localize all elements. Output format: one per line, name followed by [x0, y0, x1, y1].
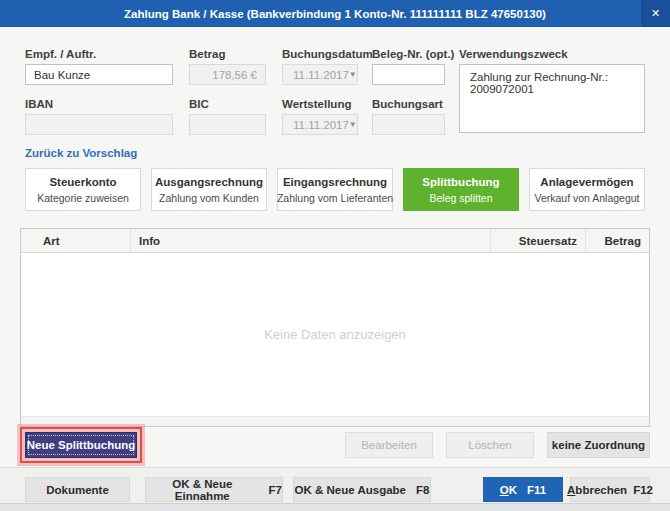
betrag-input [189, 64, 266, 85]
category-title: Anlagevermögen [540, 176, 633, 188]
column-header-info: Info [131, 229, 491, 252]
ok-button[interactable]: OK F11 [483, 477, 563, 502]
chevron-down-icon: ▼ [349, 71, 357, 79]
category-subtitle: Kategorie zuweisen [37, 192, 129, 204]
iban-input [25, 114, 173, 135]
category-subtitle: Verkauf von Anlagegut [534, 192, 639, 204]
loeschen-button: Löschen [446, 432, 534, 458]
bic-input [189, 114, 266, 135]
chevron-down-icon: ▼ [349, 121, 357, 129]
category-title: Splittbuchung [422, 176, 499, 188]
shortcut-key: F8 [416, 484, 429, 496]
horizontal-scrollbar[interactable] [21, 416, 649, 426]
zurueck-zu-vorschlag-link[interactable]: Zurück zu Vorschlag [25, 147, 137, 159]
buchungsart-input [372, 114, 445, 135]
neue-splittbuchung-button[interactable]: Neue Splittbuchung [25, 432, 137, 458]
bearbeiten-button: Bearbeiten [345, 432, 433, 458]
bic-label: BIC [189, 98, 209, 110]
column-header-steuersatz: Steuersatz [491, 229, 586, 252]
wertstellung-label: Wertstellung [282, 98, 351, 110]
iban-label: IBAN [25, 98, 53, 110]
button-label: OK & Neue Ausgabe [295, 484, 406, 496]
category-splittbuchung-active[interactable]: Splittbuchung Beleg splitten [403, 168, 519, 211]
buchungsart-label: Buchungsart [372, 98, 443, 110]
shortcut-key: F7 [269, 484, 282, 496]
shortcut-key: F11 [527, 484, 546, 496]
title-bar: Zahlung Bank / Kasse (Bankverbindung 1 K… [0, 0, 670, 27]
button-label: OK & Neue Einnahme [146, 478, 259, 502]
category-steuerkonto[interactable]: Steuerkonto Kategorie zuweisen [25, 168, 141, 211]
buchungsdatum-value: 11.11.2017 [293, 69, 349, 81]
category-title: Eingangsrechnung [283, 176, 387, 188]
payment-dialog: Zahlung Bank / Kasse (Bankverbindung 1 K… [0, 0, 670, 511]
category-subtitle: Zahlung vom Kunden [159, 192, 259, 204]
abbrechen-button[interactable]: Abbrechen F12 [570, 477, 650, 502]
category-subtitle: Zahlung vom Lieferanten [277, 192, 393, 204]
ok-neue-einnahme-button[interactable]: OK & Neue Einnahme F7 [145, 477, 283, 502]
keine-zuordnung-button[interactable]: keine Zuordnung [547, 432, 650, 458]
category-eingangsrechnung[interactable]: Eingangsrechnung Zahlung vom Lieferanten [277, 168, 393, 211]
category-button-row: Steuerkonto Kategorie zuweisen Ausgangsr… [25, 168, 645, 211]
wertstellung-select: 11.11.2017 ▼ [282, 114, 358, 135]
category-subtitle: Beleg splitten [429, 192, 492, 204]
window-bottom-edge [0, 503, 670, 511]
button-label: OK [500, 484, 517, 496]
column-header-betrag: Betrag [586, 229, 649, 252]
beleg-nr-input[interactable] [372, 64, 445, 85]
category-title: Ausgangsrechnung [155, 176, 263, 188]
table-body: Keine Daten anzuzeigen [21, 253, 649, 416]
column-header-art: Art [21, 229, 131, 252]
buchungsdatum-select: 11.11.2017 ▼ [282, 64, 358, 85]
buchungsdatum-label: Buchungsdatum [282, 48, 373, 60]
dokumente-button[interactable]: Dokumente [25, 477, 130, 502]
table-header: Art Info Steuersatz Betrag [21, 229, 649, 253]
category-anlagevermoegen[interactable]: Anlagevermögen Verkauf von Anlagegut [529, 168, 645, 211]
ok-neue-ausgabe-button[interactable]: OK & Neue Ausgabe F8 [293, 477, 431, 502]
button-label: Abbrechen [567, 484, 627, 496]
shortcut-key: F12 [633, 484, 653, 496]
category-title: Steuerkonto [49, 176, 116, 188]
split-bookings-table: Art Info Steuersatz Betrag Keine Daten a… [20, 228, 650, 427]
close-icon: ✕ [651, 7, 660, 20]
verwendungszweck-textarea[interactable]: Zahlung zur Rechnung-Nr.: 2009072001 [459, 64, 645, 133]
dialog-title: Zahlung Bank / Kasse (Bankverbindung 1 K… [124, 8, 546, 20]
empfaenger-input[interactable] [25, 64, 173, 85]
close-button[interactable]: ✕ [641, 0, 670, 27]
empty-table-message: Keine Daten anzuzeigen [264, 327, 406, 342]
betrag-label: Betrag [189, 48, 225, 60]
wertstellung-value: 11.11.2017 [293, 119, 349, 131]
beleg-nr-label: Beleg-Nr. (opt.) [372, 48, 454, 60]
category-ausgangsrechnung[interactable]: Ausgangsrechnung Zahlung vom Kunden [151, 168, 267, 211]
empfaenger-label: Empf. / Auftr. [25, 48, 96, 60]
verwendungszweck-label: Verwendungszweck [459, 48, 568, 60]
